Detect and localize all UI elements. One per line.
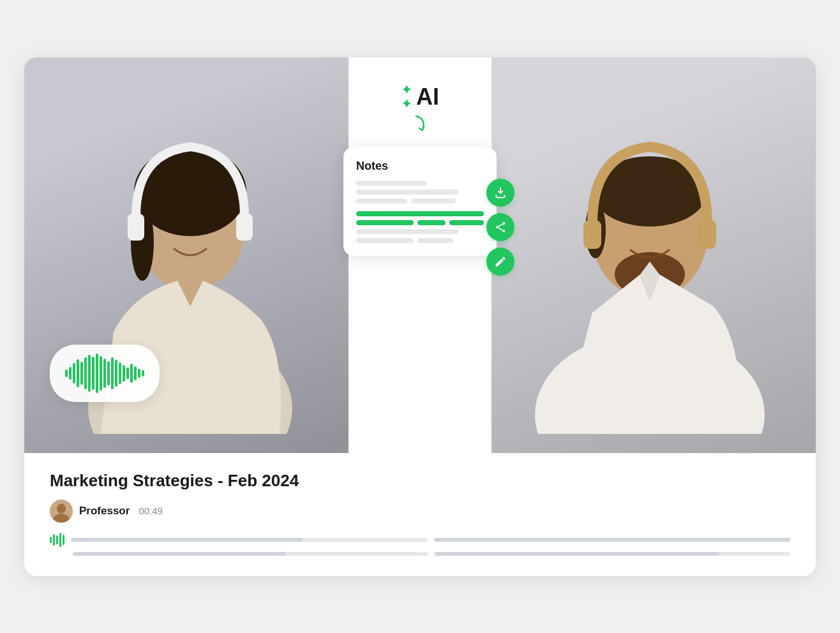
note-line (411, 198, 456, 204)
note-line (356, 229, 458, 234)
notes-card: Notes (343, 147, 497, 256)
host-name: Professor (79, 505, 130, 518)
note-line-green (356, 220, 414, 225)
meeting-title: Marketing Strategies - Feb 2024 (50, 471, 790, 491)
svg-point-7 (502, 222, 505, 225)
svg-rect-18 (583, 220, 601, 249)
note-line-green (449, 220, 484, 225)
svg-rect-5 (128, 214, 144, 241)
svg-point-9 (502, 229, 505, 232)
note-line (356, 181, 426, 186)
svg-point-8 (496, 225, 499, 228)
download-button[interactable] (486, 179, 514, 207)
svg-line-11 (499, 228, 502, 230)
secondary-progress-bar (434, 538, 791, 542)
video-right (483, 57, 816, 453)
note-line (417, 238, 453, 243)
video-left (24, 57, 357, 453)
edit-button[interactable] (486, 248, 514, 276)
arrow-icon (409, 112, 431, 138)
sparkles-icon: ✦✦ (401, 83, 412, 111)
audio-bar-row (50, 533, 790, 547)
host-time: 00:49 (139, 505, 163, 516)
ai-section: ✦✦ AI (401, 77, 439, 140)
share-button[interactable] (486, 213, 514, 241)
action-buttons (486, 179, 514, 276)
waveform-visual (65, 354, 144, 393)
video-section: ✦✦ AI Notes (24, 57, 816, 453)
main-card: ✦✦ AI Notes (24, 57, 816, 576)
avatar (50, 500, 73, 523)
svg-rect-19 (698, 220, 716, 249)
note-line (356, 190, 458, 195)
svg-point-21 (57, 503, 66, 513)
note-line-green (356, 211, 484, 216)
info-section: Marketing Strategies - Feb 2024 Professo… (24, 453, 816, 556)
notes-title: Notes (356, 160, 484, 173)
note-line (356, 198, 407, 204)
waveform-bubble (50, 345, 160, 402)
progress-bar-2 (435, 552, 790, 556)
person-right-photo (483, 57, 816, 453)
progress-bar-1 (73, 552, 428, 556)
note-line-green (417, 220, 446, 225)
note-line (356, 238, 414, 243)
svg-line-10 (499, 224, 502, 226)
mini-waveform (50, 533, 64, 547)
ai-text: AI (416, 84, 439, 110)
progress-bars-row (50, 552, 790, 556)
main-progress-bar[interactable] (71, 538, 428, 542)
host-row: Professor 00:49 (50, 500, 790, 523)
svg-rect-6 (236, 214, 253, 241)
ai-label: ✦✦ AI (401, 83, 439, 111)
